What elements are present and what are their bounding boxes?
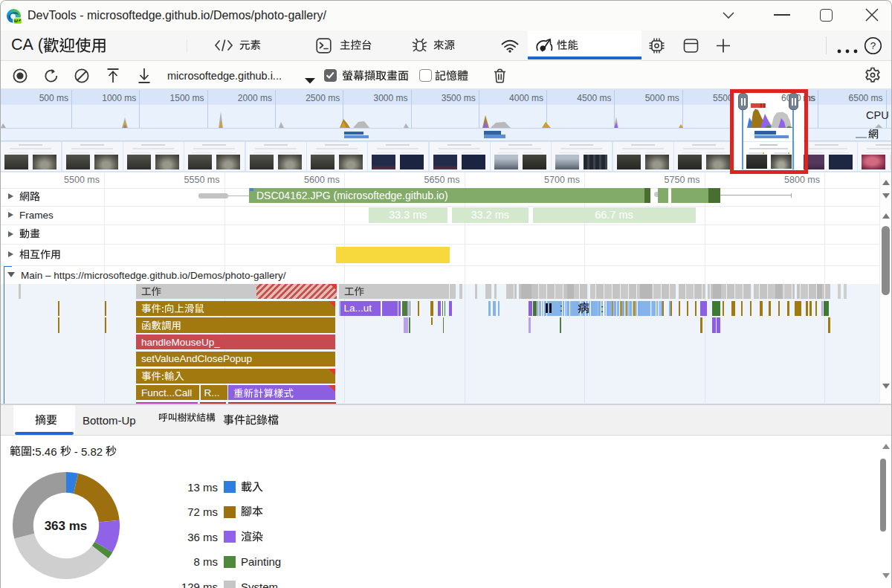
svg-text:?: ? bbox=[870, 40, 876, 51]
